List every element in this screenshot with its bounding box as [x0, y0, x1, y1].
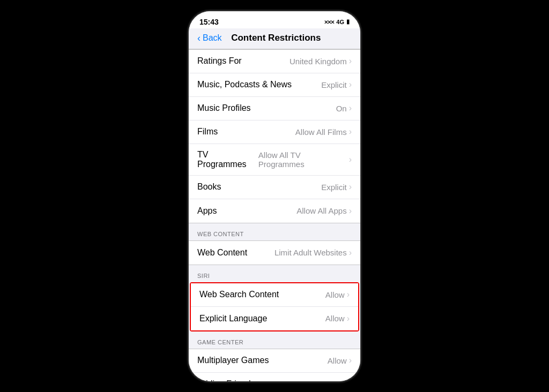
- chevron-icon: ›: [349, 127, 352, 137]
- settings-group-game-center: Multiplayer Games Allow › Adding Friends…: [189, 349, 360, 381]
- row-explicit-language[interactable]: Explicit Language Allow ›: [191, 307, 358, 330]
- row-value-area: Allow All Films ›: [295, 127, 352, 137]
- settings-list: Ratings For United Kingdom › Music, Podc…: [189, 49, 360, 381]
- row-value-area: United Kingdom ›: [290, 56, 352, 66]
- row-value-area: Allow All Apps ›: [296, 206, 352, 216]
- chevron-icon: ›: [349, 356, 352, 365]
- chevron-icon: ›: [349, 206, 352, 216]
- chevron-icon: ›: [347, 290, 350, 299]
- row-label: Adding Friends: [197, 379, 255, 381]
- row-label: Music, Podcasts & News: [197, 80, 292, 89]
- row-value: Limit Adult Websites: [274, 248, 347, 257]
- status-icons: ⨉⨉⨉ 4G ▮: [324, 18, 350, 25]
- section-header-siri: SIRI: [189, 265, 360, 282]
- row-value: Allow All Films: [295, 127, 347, 137]
- row-web-search-content[interactable]: Web Search Content Allow ›: [191, 283, 358, 307]
- row-value: Allow All Apps: [296, 206, 346, 215]
- row-label: Web Content: [197, 248, 247, 258]
- signal-icon: ⨉⨉⨉: [324, 18, 334, 25]
- settings-group-ratings: Ratings For United Kingdom › Music, Podc…: [189, 49, 360, 223]
- row-value-area: Allow ›: [328, 356, 352, 365]
- row-value: Allow All TV Programmes: [258, 150, 347, 169]
- status-time: 15:43: [199, 18, 219, 26]
- chevron-icon: ›: [347, 314, 350, 323]
- row-value-area: Allow All TV Programmes ›: [258, 150, 352, 169]
- row-value: United Kingdom: [290, 57, 347, 66]
- settings-group-siri: Web Search Content Allow › Explicit Lang…: [190, 282, 359, 331]
- row-value: Explicit: [321, 183, 347, 192]
- row-web-content[interactable]: Web Content Limit Adult Websites ›: [189, 241, 360, 265]
- row-label: Music Profiles: [197, 103, 251, 113]
- row-ratings-for[interactable]: Ratings For United Kingdom ›: [189, 50, 360, 73]
- section-header-web-content: WEB CONTENT: [189, 223, 360, 240]
- page-title: Content Restrictions: [222, 33, 330, 43]
- row-value: Explicit: [321, 80, 347, 89]
- row-label: Ratings For: [197, 56, 242, 66]
- chevron-icon: ›: [349, 379, 352, 381]
- section-content-ratings: Ratings For United Kingdom › Music, Podc…: [189, 49, 360, 223]
- row-value: Allow: [325, 314, 345, 323]
- row-value-area: Allow ›: [325, 290, 350, 299]
- section-web-content: WEB CONTENT Web Content Limit Adult Webs…: [189, 223, 360, 265]
- phone-frame: 15:43 ⨉⨉⨉ 4G ▮ ‹ Back Content Restrictio…: [189, 11, 360, 381]
- row-value-area: Explicit ›: [321, 182, 352, 192]
- row-value-area: Explicit ›: [321, 80, 352, 89]
- section-game-center: GAME CENTER Multiplayer Games Allow › Ad…: [189, 331, 360, 381]
- row-multiplayer-games[interactable]: Multiplayer Games Allow ›: [189, 349, 360, 373]
- row-value: Allow: [328, 380, 347, 381]
- chevron-icon: ›: [349, 56, 352, 66]
- back-label: Back: [203, 33, 222, 43]
- back-button[interactable]: ‹ Back: [197, 33, 222, 43]
- chevron-icon: ›: [349, 80, 352, 89]
- chevron-icon: ›: [349, 103, 352, 113]
- row-books[interactable]: Books Explicit ›: [189, 176, 360, 199]
- row-label: Multiplayer Games: [197, 356, 269, 365]
- row-music-profiles[interactable]: Music Profiles On ›: [189, 97, 360, 120]
- row-adding-friends[interactable]: Adding Friends Allow ›: [189, 373, 360, 381]
- row-value-area: Allow ›: [328, 379, 352, 381]
- settings-group-web-content: Web Content Limit Adult Websites ›: [189, 240, 360, 265]
- row-label: Apps: [197, 206, 217, 216]
- row-tv-programmes[interactable]: TV Programmes Allow All TV Programmes ›: [189, 144, 360, 176]
- back-chevron-icon: ‹: [197, 33, 201, 43]
- network-label: 4G: [336, 19, 344, 25]
- row-value-area: On ›: [336, 103, 352, 113]
- row-value: Allow: [328, 356, 347, 365]
- chevron-icon: ›: [349, 248, 352, 258]
- chevron-icon: ›: [349, 155, 352, 164]
- section-siri: SIRI Web Search Content Allow › Explicit…: [189, 265, 360, 331]
- row-value: Allow: [325, 290, 345, 299]
- nav-bar: ‹ Back Content Restrictions: [189, 28, 360, 49]
- row-label: TV Programmes: [197, 150, 258, 169]
- row-music-podcasts[interactable]: Music, Podcasts & News Explicit ›: [189, 73, 360, 97]
- row-value-area: Allow ›: [325, 314, 350, 323]
- row-label: Explicit Language: [199, 314, 267, 323]
- row-films[interactable]: Films Allow All Films ›: [189, 120, 360, 144]
- status-bar: 15:43 ⨉⨉⨉ 4G ▮: [189, 11, 360, 28]
- chevron-icon: ›: [349, 182, 352, 192]
- row-label: Books: [197, 182, 221, 192]
- battery-icon: ▮: [346, 18, 350, 25]
- row-value: On: [336, 104, 347, 113]
- row-label: Web Search Content: [199, 290, 279, 299]
- row-label: Films: [197, 127, 218, 137]
- row-apps[interactable]: Apps Allow All Apps ›: [189, 199, 360, 223]
- section-header-game-center: GAME CENTER: [189, 331, 360, 349]
- row-value-area: Limit Adult Websites ›: [274, 248, 352, 258]
